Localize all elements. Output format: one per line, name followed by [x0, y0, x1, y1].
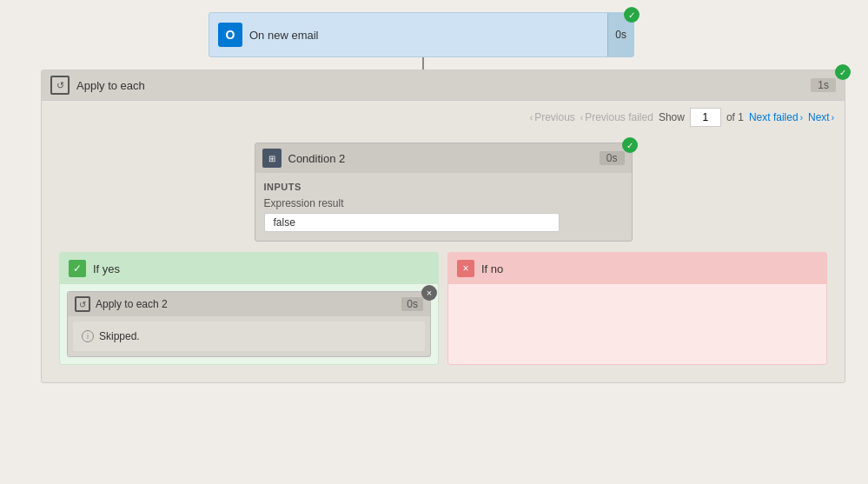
- expression-result-value: false: [264, 213, 560, 232]
- apply-each-header-left: ↺ Apply to each: [50, 76, 145, 95]
- previous-button[interactable]: ‹ Previous: [530, 111, 575, 123]
- expression-result-row: Expression result: [264, 197, 623, 209]
- skipped-area: i Skipped.: [73, 322, 425, 351]
- chevron-left-failed-icon: ‹: [580, 113, 583, 123]
- branch-no-header[interactable]: × If no: [448, 253, 826, 284]
- condition-header-left: ⊞ Condition 2: [262, 149, 346, 168]
- pagination-row: ‹ Previous ‹ Previous failed Show of 1 N…: [42, 101, 845, 134]
- inner-apply-card[interactable]: ↺ Apply to each 2 0s × i Skipped.: [67, 291, 431, 357]
- outlook-icon: O: [218, 23, 242, 47]
- main-canvas: O On new email 0s ✓ ↺ Apply to each 1s ✓…: [0, 0, 868, 484]
- condition-success-badge: ✓: [622, 137, 638, 153]
- trigger-success-badge: ✓: [624, 7, 639, 23]
- next-failed-label: Next failed: [749, 111, 798, 123]
- apply-each-header[interactable]: ↺ Apply to each 1s ✓: [42, 70, 845, 101]
- branch-no: × If no: [447, 252, 827, 365]
- inner-loop-icon: ↺: [75, 296, 90, 312]
- branch-no-label: If no: [481, 262, 503, 275]
- condition-icon: ⊞: [262, 149, 282, 168]
- outlook-icon-letter: O: [226, 28, 235, 42]
- previous-failed-label: Previous failed: [585, 111, 653, 123]
- inner-apply-header-left: ↺ Apply to each 2: [75, 296, 168, 312]
- total-pages: of 1: [726, 111, 744, 123]
- apply-each-title: Apply to each: [76, 79, 145, 92]
- condition-time: 0s: [600, 151, 625, 165]
- inner-apply-title: Apply to each 2: [96, 298, 168, 310]
- branch-yes-label: If yes: [93, 262, 120, 275]
- no-icon: ×: [457, 260, 474, 277]
- condition-card[interactable]: ⊞ Condition 2 0s ✓ INPUTS Expression res…: [255, 143, 633, 242]
- previous-failed-button[interactable]: ‹ Previous failed: [580, 111, 653, 123]
- inner-apply-close-badge[interactable]: ×: [421, 285, 437, 301]
- apply-each-time: 1s: [811, 78, 836, 92]
- condition-title: Condition 2: [288, 152, 346, 165]
- chevron-right-icon: ›: [832, 113, 834, 123]
- chevron-left-icon: ‹: [530, 113, 533, 123]
- expression-result-value-container: false: [264, 213, 623, 232]
- skipped-text: Skipped.: [99, 330, 140, 342]
- show-label: Show: [659, 111, 685, 123]
- loop-icon: ↺: [50, 76, 70, 95]
- branch-yes: ✓ If yes ↺ Apply to each 2 0s: [59, 252, 439, 365]
- chevron-right-failed-icon: ›: [800, 113, 803, 123]
- arrow-line: [422, 57, 424, 70]
- condition-header[interactable]: ⊞ Condition 2 0s ✓: [255, 143, 632, 173]
- info-icon: i: [82, 330, 94, 342]
- apply-each-outer: ↺ Apply to each 1s ✓ ‹ Previous ‹ Previo…: [41, 70, 845, 383]
- branches-row: ✓ If yes ↺ Apply to each 2 0s: [59, 252, 827, 365]
- next-label: Next: [808, 111, 830, 123]
- inner-apply-header[interactable]: ↺ Apply to each 2 0s ×: [68, 292, 430, 316]
- yes-icon: ✓: [69, 260, 86, 277]
- inputs-label: INPUTS: [264, 182, 623, 192]
- trigger-label: On new email: [249, 29, 318, 42]
- expression-result-label: Expression result: [264, 197, 344, 209]
- next-button[interactable]: Next ›: [808, 111, 834, 123]
- trigger-card-left: O On new email: [209, 23, 327, 47]
- condition-body: INPUTS Expression result false: [255, 173, 632, 241]
- next-failed-button[interactable]: Next failed ›: [749, 111, 803, 123]
- page-input[interactable]: [690, 108, 721, 127]
- previous-label: Previous: [534, 111, 575, 123]
- apply-each-success-badge: ✓: [835, 64, 851, 80]
- inner-apply-time: 0s: [401, 297, 423, 311]
- trigger-card[interactable]: O On new email 0s ✓: [209, 12, 634, 57]
- apply-each-content: ⊞ Condition 2 0s ✓ INPUTS Expression res…: [42, 134, 845, 382]
- branch-yes-header[interactable]: ✓ If yes: [60, 253, 438, 284]
- branch-yes-content: ↺ Apply to each 2 0s × i Skipped.: [60, 284, 438, 364]
